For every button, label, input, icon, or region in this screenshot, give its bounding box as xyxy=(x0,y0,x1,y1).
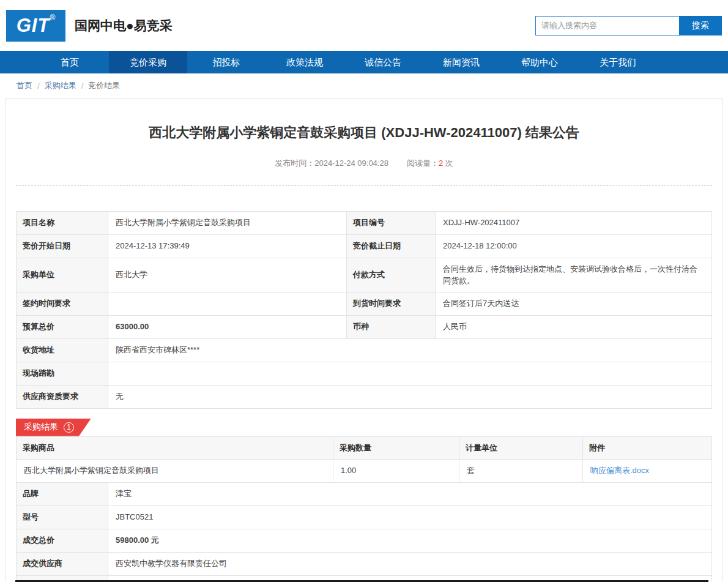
field-value: 人民币 xyxy=(436,316,712,339)
table-row: 预算总价 63000.00 币种 人民币 xyxy=(17,316,712,339)
field-value: 2024-12-18 12:00:00 xyxy=(436,234,712,258)
field-value: 合同签订后7天内送达 xyxy=(436,293,712,316)
breadcrumb: 首页 / 采购结果 / 竞价结果 xyxy=(0,73,728,98)
views-label: 阅读量： xyxy=(407,159,439,168)
badge-count: 1 xyxy=(64,422,74,433)
field-label: 成交总价 xyxy=(17,529,108,552)
logo-text: GIT xyxy=(17,10,50,42)
table-row: 现场踏勘 xyxy=(17,362,712,385)
measure-unit: 套 xyxy=(459,460,583,483)
table-row: 西北大学附属小学紫铜定音鼓采购项目 1.00 套 响应偏离表.docx xyxy=(17,460,712,483)
views-count: 2 xyxy=(439,159,443,168)
table-row: 供应商资质要求 无 xyxy=(17,385,712,408)
table-row: 成交供应商 西安凯中教学仪器有限责任公司 xyxy=(17,552,712,575)
site-header: GIT ® 国网中电●易竞采 搜索 xyxy=(0,0,728,51)
field-label: 现场踏勘 xyxy=(17,362,108,385)
table-row: 项目名称 西北大学附属小学紫铜定音鼓采购项目 项目编号 XDJJ-HW-2024… xyxy=(17,212,712,235)
field-label: 币种 xyxy=(347,316,436,339)
field-label: 竞价开始日期 xyxy=(17,234,108,258)
field-value: 西北大学附属小学紫铜定音鼓采购项目 xyxy=(108,212,347,235)
page: GIT ® 国网中电●易竞采 搜索 首页 竞价采购 招投标 政策法规 诚信公告 … xyxy=(0,0,728,582)
supplier-value: 西安凯中教学仪器有限责任公司 xyxy=(108,552,712,575)
field-value: 西北大学 xyxy=(108,258,347,293)
field-value: 2024-12-13 17:39:49 xyxy=(108,234,347,258)
publish-time-value: 2024-12-24 09:04:28 xyxy=(314,159,388,168)
column-header: 采购商品 xyxy=(17,436,333,460)
field-value: 无 xyxy=(108,385,712,408)
purchase-result-badge: 采购结果 1 xyxy=(16,419,91,436)
column-header: 采购数量 xyxy=(333,436,459,460)
registered-mark-icon: ® xyxy=(50,13,55,22)
field-label: 预算总价 xyxy=(17,316,108,339)
dashed-divider xyxy=(16,185,712,186)
content-box: 西北大学附属小学紫铜定音鼓采购项目 (XDJJ-HW-202411007) 结果… xyxy=(5,98,723,582)
attachment-link[interactable]: 响应偏离表.docx xyxy=(590,466,649,475)
field-label: 项目编号 xyxy=(347,212,436,235)
column-header: 计量单位 xyxy=(459,436,583,460)
field-value: 合同生效后，待货物到达指定地点、安装调试验收合格后，一次性付清合同货款。 xyxy=(436,258,712,293)
field-label: 品牌 xyxy=(17,483,108,506)
table-row: 竞价开始日期 2024-12-13 17:39:49 竞价截止日期 2024-1… xyxy=(17,234,712,258)
field-label: 到货时间要求 xyxy=(347,293,436,316)
views-unit: 次 xyxy=(445,159,453,168)
brand-area: GIT ® 国网中电●易竞采 xyxy=(6,10,173,42)
search-bar: 搜索 xyxy=(535,16,722,35)
field-label: 型号 xyxy=(17,506,108,529)
table-row: 收货地址 陕西省西安市碑林区**** xyxy=(17,339,712,362)
table-row: 采购单位 西北大学 付款方式 合同生效后，待货物到达指定地点、安装调试验收合格后… xyxy=(17,258,712,293)
field-value xyxy=(108,362,712,385)
nav-item-policy[interactable]: 政策法规 xyxy=(266,51,344,73)
model-value: JBTC0521 xyxy=(108,506,712,529)
nav-item-help[interactable]: 帮助中心 xyxy=(500,51,579,73)
nav-item-tender[interactable]: 招投标 xyxy=(187,51,266,73)
nav-item-home[interactable]: 首页 xyxy=(31,51,109,73)
page-title: 西北大学附属小学紫铜定音鼓采购项目 (XDJJ-HW-202411007) 结果… xyxy=(16,99,712,142)
nav-item-about[interactable]: 关于我们 xyxy=(579,51,657,73)
field-label: 项目名称 xyxy=(17,212,108,235)
field-label: 成交供应商 xyxy=(17,552,108,575)
field-value xyxy=(108,293,347,316)
table-header-row: 采购商品 采购数量 计量单位 附件 xyxy=(17,436,712,460)
search-button[interactable]: 搜索 xyxy=(679,16,722,35)
badge-label: 采购结果 xyxy=(24,422,58,433)
budget-total-value: 63000.00 xyxy=(108,316,347,339)
result-item-table: 采购商品 采购数量 计量单位 附件 西北大学附属小学紫铜定音鼓采购项目 1.00… xyxy=(16,436,712,483)
nav-item-integrity[interactable]: 诚信公告 xyxy=(344,51,422,73)
breadcrumb-home[interactable]: 首页 xyxy=(17,80,32,91)
field-value: XDJJ-HW-202411007 xyxy=(436,212,712,235)
main-nav: 首页 竞价采购 招投标 政策法规 诚信公告 新闻资讯 帮助中心 关于我们 xyxy=(0,51,728,73)
brand-name: 国网中电●易竞采 xyxy=(75,17,173,34)
nav-item-bidding-purchase[interactable]: 竞价采购 xyxy=(109,51,187,73)
table-row: 成交总价 59800.00 元 xyxy=(17,529,712,552)
brand-value: 津宝 xyxy=(108,483,712,506)
project-info-table: 项目名称 西北大学附属小学紫铜定音鼓采购项目 项目编号 XDJJ-HW-2024… xyxy=(16,211,712,409)
table-row: 品牌 津宝 xyxy=(17,483,712,506)
publish-time-label: 发布时间： xyxy=(275,159,314,168)
deal-total-price: 59800.00 元 xyxy=(108,529,712,552)
logo[interactable]: GIT ® xyxy=(6,10,65,42)
result-detail-table: 品牌 津宝 型号 JBTC0521 成交总价 59800.00 元 成交供应商 … xyxy=(16,482,712,582)
field-label: 竞价截止日期 xyxy=(347,234,436,258)
field-label: 付款方式 xyxy=(347,258,436,293)
column-header: 附件 xyxy=(583,436,712,460)
article-meta: 发布时间：2024-12-24 09:04:28阅读量：2 次 xyxy=(16,158,712,169)
search-input[interactable] xyxy=(535,16,679,35)
product-name: 西北大学附属小学紫铜定音鼓采购项目 xyxy=(17,460,333,483)
breadcrumb-purchase-results[interactable]: 采购结果 xyxy=(45,80,76,91)
field-label: 供应商资质要求 xyxy=(17,385,108,408)
nav-item-news[interactable]: 新闻资讯 xyxy=(422,51,500,73)
purchase-quantity: 1.00 xyxy=(333,460,459,483)
field-label: 采购单位 xyxy=(17,258,108,293)
breadcrumb-current: 竞价结果 xyxy=(88,80,120,91)
field-label: 收货地址 xyxy=(17,339,108,362)
breadcrumb-separator: / xyxy=(37,81,40,91)
table-row: 签约时间要求 到货时间要求 合同签订后7天内送达 xyxy=(17,293,712,316)
field-label: 签约时间要求 xyxy=(17,293,108,316)
table-row: 型号 JBTC0521 xyxy=(17,506,712,529)
breadcrumb-separator: / xyxy=(81,81,84,91)
field-value: 陕西省西安市碑林区**** xyxy=(108,339,712,362)
